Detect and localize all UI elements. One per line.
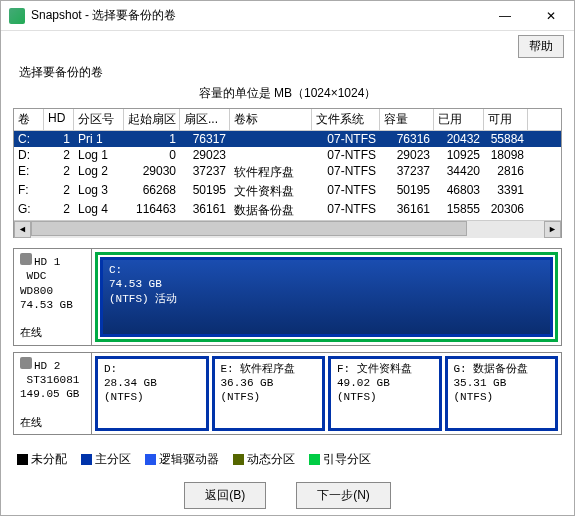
table-cell: 2816	[484, 163, 528, 182]
capacity-unit-label: 容量的单位是 MB（1024×1024）	[1, 83, 574, 104]
table-cell: 1	[124, 131, 180, 147]
column-header[interactable]: 容量	[380, 109, 434, 130]
table-cell: Pri 1	[74, 131, 124, 147]
table-cell: F:	[14, 182, 44, 201]
table-body: C:1Pri 117631707-NTFS763162043255884D:2L…	[14, 131, 561, 220]
table-cell: 20306	[484, 201, 528, 220]
disk-info: HD 2 ST316081149.05 GB在线	[14, 353, 92, 434]
window-title: Snapshot - 选择要备份的卷	[31, 7, 482, 24]
close-button[interactable]: ✕	[528, 1, 574, 31]
legend-item: 动态分区	[233, 451, 295, 468]
table-cell: 29030	[124, 163, 180, 182]
help-button[interactable]: 帮助	[518, 35, 564, 58]
table-cell: 0	[124, 147, 180, 163]
column-header[interactable]: 卷	[14, 109, 44, 130]
table-cell	[230, 147, 312, 163]
table-cell: 76316	[380, 131, 434, 147]
legend-item: 引导分区	[309, 451, 371, 468]
table-header: 卷HD分区号起始扇区扇区...卷标文件系统容量已用可用	[14, 109, 561, 131]
scroll-thumb[interactable]	[31, 221, 467, 236]
scroll-left-button[interactable]: ◄	[14, 221, 31, 238]
minimize-button[interactable]: —	[482, 1, 528, 31]
disk-map: HD 1 WDC WD80074.53 GB在线C:74.53 GB(NTFS)…	[13, 248, 562, 441]
next-button[interactable]: 下一步(N)	[296, 482, 391, 509]
table-cell: 76317	[180, 131, 230, 147]
column-header[interactable]: 可用	[484, 109, 528, 130]
column-header[interactable]: 文件系统	[312, 109, 380, 130]
table-cell: 36161	[380, 201, 434, 220]
table-row[interactable]: E:2Log 22903037237软件程序盘07-NTFS3723734420…	[14, 163, 561, 182]
table-cell: 29023	[180, 147, 230, 163]
legend-label: 动态分区	[247, 451, 295, 468]
table-row[interactable]: D:2Log 102902307-NTFS290231092518098	[14, 147, 561, 163]
table-cell: Log 1	[74, 147, 124, 163]
column-header[interactable]: HD	[44, 109, 74, 130]
table-cell: 2	[44, 163, 74, 182]
table-cell: 37237	[180, 163, 230, 182]
table-cell: 07-NTFS	[312, 131, 380, 147]
legend-label: 主分区	[95, 451, 131, 468]
table-cell: 15855	[434, 201, 484, 220]
table-cell	[230, 131, 312, 147]
app-icon	[9, 8, 25, 24]
table-cell: 2	[44, 147, 74, 163]
table-row[interactable]: C:1Pri 117631707-NTFS763162043255884	[14, 131, 561, 147]
window: Snapshot - 选择要备份的卷 — ✕ 帮助 选择要备份的卷 容量的单位是…	[0, 0, 575, 516]
volume-table: 卷HD分区号起始扇区扇区...卷标文件系统容量已用可用 C:1Pri 11763…	[13, 108, 562, 238]
table-cell: 数据备份盘	[230, 201, 312, 220]
legend-swatch	[233, 454, 244, 465]
table-cell: C:	[14, 131, 44, 147]
partition[interactable]: E: 软件程序盘36.36 GB(NTFS)	[212, 356, 326, 431]
table-cell: Log 2	[74, 163, 124, 182]
button-row: 返回(B) 下一步(N)	[1, 472, 574, 516]
column-header[interactable]: 起始扇区	[124, 109, 180, 130]
partition[interactable]: F: 文件资料盘49.02 GB(NTFS)	[328, 356, 442, 431]
titlebar: Snapshot - 选择要备份的卷 — ✕	[1, 1, 574, 31]
legend-swatch	[17, 454, 28, 465]
legend-label: 未分配	[31, 451, 67, 468]
scroll-track[interactable]	[31, 221, 544, 238]
table-cell: 1	[44, 131, 74, 147]
table-cell: 2	[44, 201, 74, 220]
table-cell: 07-NTFS	[312, 147, 380, 163]
disk-row: HD 1 WDC WD80074.53 GB在线C:74.53 GB(NTFS)…	[13, 248, 562, 346]
disk-icon	[20, 253, 32, 265]
legend-swatch	[145, 454, 156, 465]
partition[interactable]: D:28.34 GB(NTFS)	[95, 356, 209, 431]
table-cell: Log 4	[74, 201, 124, 220]
partition[interactable]: G: 数据备份盘35.31 GB(NTFS)	[445, 356, 559, 431]
disk-icon	[20, 357, 32, 369]
horizontal-scrollbar[interactable]: ◄ ►	[14, 220, 561, 237]
table-cell: 20432	[434, 131, 484, 147]
back-button[interactable]: 返回(B)	[184, 482, 266, 509]
column-header[interactable]: 扇区...	[180, 109, 230, 130]
legend-item: 逻辑驱动器	[145, 451, 219, 468]
legend-swatch	[309, 454, 320, 465]
table-cell: 10925	[434, 147, 484, 163]
table-row[interactable]: G:2Log 411646336161数据备份盘07-NTFS361611585…	[14, 201, 561, 220]
table-cell: 07-NTFS	[312, 182, 380, 201]
disk-partitions: C:74.53 GB(NTFS) 活动	[92, 249, 561, 345]
disk-partitions: D:28.34 GB(NTFS)E: 软件程序盘36.36 GB(NTFS)F:…	[92, 353, 561, 434]
column-header[interactable]: 已用	[434, 109, 484, 130]
legend-item: 未分配	[17, 451, 67, 468]
table-cell: 29023	[380, 147, 434, 163]
table-cell: 37237	[380, 163, 434, 182]
table-cell: Log 3	[74, 182, 124, 201]
table-cell: G:	[14, 201, 44, 220]
table-cell: 50195	[380, 182, 434, 201]
column-header[interactable]: 卷标	[230, 109, 312, 130]
table-cell: 18098	[484, 147, 528, 163]
legend-label: 引导分区	[323, 451, 371, 468]
partition[interactable]: C:74.53 GB(NTFS) 活动	[95, 252, 558, 342]
column-header[interactable]: 分区号	[74, 109, 124, 130]
table-cell: 软件程序盘	[230, 163, 312, 182]
table-row[interactable]: F:2Log 36626850195文件资料盘07-NTFS5019546803…	[14, 182, 561, 201]
section-title: 选择要备份的卷	[1, 62, 574, 83]
table-cell: 66268	[124, 182, 180, 201]
scroll-right-button[interactable]: ►	[544, 221, 561, 238]
table-cell: 50195	[180, 182, 230, 201]
table-cell: 34420	[434, 163, 484, 182]
legend-swatch	[81, 454, 92, 465]
table-cell: 36161	[180, 201, 230, 220]
